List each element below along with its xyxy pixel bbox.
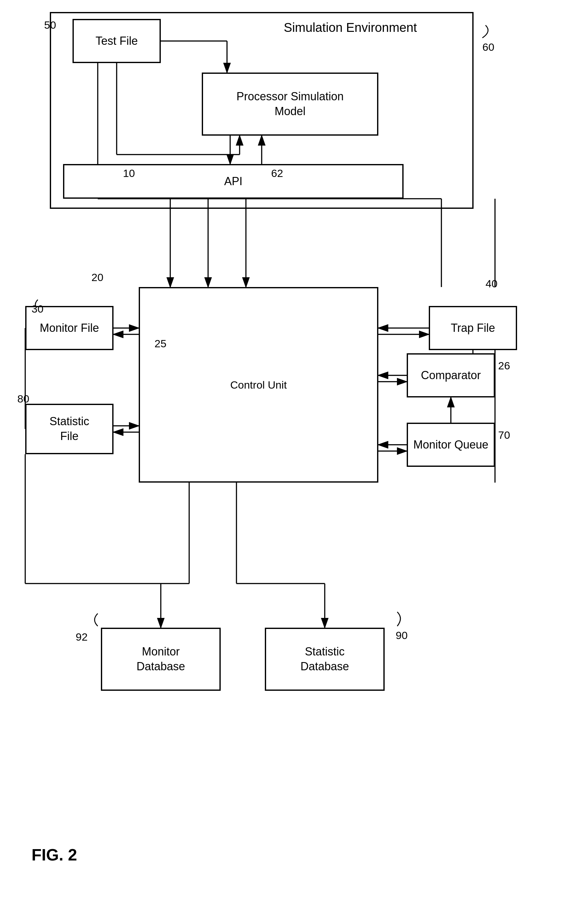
ref-70: 70 xyxy=(498,429,510,441)
statistic-file-label: Statistic File xyxy=(50,414,89,444)
ref-10: 10 xyxy=(123,167,135,179)
monitor-queue-label: Monitor Queue xyxy=(414,438,488,452)
ref-20: 20 xyxy=(91,271,103,284)
ref-80: 80 xyxy=(17,393,29,405)
statistic-db-box: Statistic Database xyxy=(265,628,384,691)
control-unit-box: Control Unit xyxy=(139,287,378,483)
control-unit-label: Control Unit xyxy=(230,378,287,392)
monitor-file-label: Monitor File xyxy=(40,321,99,336)
ref-30: 30 xyxy=(32,303,44,315)
api-label: API xyxy=(224,174,242,189)
ref-62: 62 xyxy=(271,167,283,179)
ref-92: 92 xyxy=(76,631,88,643)
ref-90: 90 xyxy=(396,629,408,642)
monitor-db-box: Monitor Database xyxy=(101,628,221,691)
monitor-queue-box: Monitor Queue xyxy=(407,423,495,467)
proc-sim-label: Processor Simulation Model xyxy=(236,89,344,119)
trap-file-label: Trap File xyxy=(451,321,495,336)
ref-50: 50 xyxy=(44,19,56,31)
trap-file-box: Trap File xyxy=(429,306,517,350)
ref-60: 60 xyxy=(482,41,494,53)
test-file-box: Test File xyxy=(73,19,161,63)
comparator-box: Comparator xyxy=(407,353,495,398)
statistic-file-box: Statistic File xyxy=(25,404,113,454)
proc-sim-box: Processor Simulation Model xyxy=(202,73,378,136)
statistic-db-label: Statistic Database xyxy=(300,645,349,674)
api-box: API xyxy=(63,164,404,199)
ref-25: 25 xyxy=(155,338,166,350)
diagram: Test File Simulation Environment Process… xyxy=(0,0,588,910)
ref-26: 26 xyxy=(498,360,510,372)
ref-40: 40 xyxy=(486,278,498,290)
sim-env-label: Simulation Environment xyxy=(284,21,417,35)
comparator-label: Comparator xyxy=(421,368,481,383)
monitor-db-label: Monitor Database xyxy=(137,645,185,674)
test-file-label: Test File xyxy=(95,34,138,48)
figure-label: FIG. 2 xyxy=(32,845,77,864)
